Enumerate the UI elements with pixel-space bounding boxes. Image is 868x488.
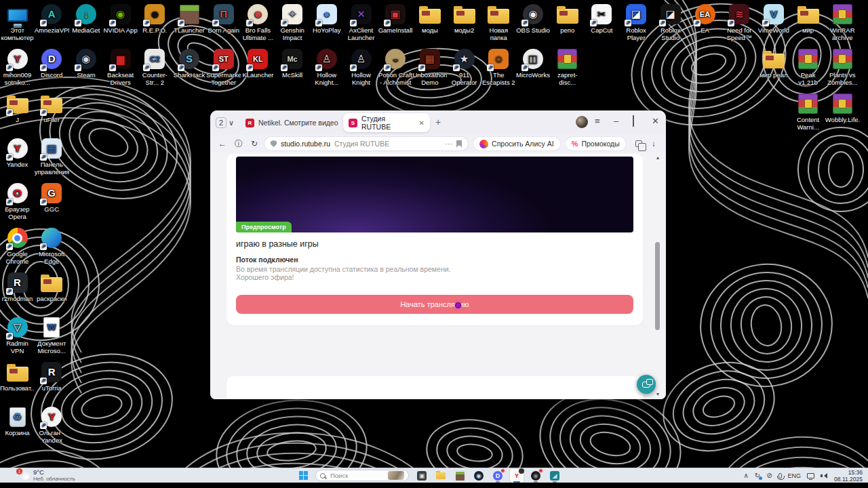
desktop-icon[interactable]: ✦↗Genshin Impact (275, 3, 310, 42)
desktop-icon[interactable]: Plants vs Zombies... (825, 47, 860, 87)
desktop-icon[interactable]: ☻↗R.E.P.O. (138, 3, 172, 35)
desktop-icon[interactable]: ◉↗Steam (68, 47, 103, 79)
language-indicator[interactable]: ENG (788, 472, 802, 479)
taskbar-app-dark-circle-app[interactable]: ◉ (529, 469, 542, 483)
desktop-icon[interactable]: ☺↗The Escapists 2 Multiplay... (481, 47, 516, 87)
desktop-icon[interactable]: Peak v1.21b (791, 47, 825, 87)
desktop-icon[interactable]: ST↗Supermarket Together (206, 47, 241, 87)
start-button[interactable] (299, 471, 308, 480)
scrollbar-thumb[interactable] (655, 242, 660, 330)
desktop-icon[interactable]: ▆↗Backseat Drivers Demo (103, 47, 138, 87)
desktop-icon[interactable]: Y↗Yandex (0, 137, 35, 169)
desktop-icon[interactable]: репо (550, 3, 585, 35)
taskbar-app-steam[interactable]: ◉ (472, 469, 486, 483)
tab-counter[interactable]: 2 ∨ (216, 116, 234, 129)
update-icon[interactable]: ↻ (755, 472, 760, 479)
desktop-icon[interactable]: ◫↗MicroWorks (516, 47, 551, 79)
chat-fab-button[interactable] (637, 375, 656, 394)
extension-icon[interactable] (635, 140, 642, 147)
desktop-icon[interactable]: ◉↗OBS Studio (516, 3, 551, 35)
desktop-icon[interactable]: ◒↗Potion Craft - Alchemist S... (378, 47, 413, 87)
desktop-icon[interactable]: ◪↗Roblox Player (619, 3, 654, 42)
desktop-icon[interactable]: WДокумент Microso... (35, 316, 69, 355)
tray-chevron-icon[interactable]: ∧ (743, 472, 748, 479)
start-stream-button[interactable]: Начать трансляцию (236, 295, 633, 314)
taskbar-app-discord[interactable]: D (491, 469, 505, 483)
desktop-icon[interactable]: ◪↗Roblox Studio (653, 3, 688, 42)
desktop-icon[interactable]: O↗Браузер Opera (0, 182, 35, 221)
desktop-icon[interactable]: ★↗911 Operator (447, 47, 481, 87)
desktop-icon[interactable]: ▤↗Панель управления (35, 137, 69, 176)
scroll-up-icon[interactable]: ▲ (654, 155, 662, 160)
desktop-icon[interactable]: Y↗Ольган - Yandex (35, 405, 69, 445)
network-icon[interactable] (807, 473, 814, 479)
address-bar[interactable]: studio.rutube.ru Студия RUTUBE ⋯ (264, 137, 468, 150)
desktop-icon[interactable]: моды (412, 3, 447, 35)
taskbar-search[interactable] (315, 470, 409, 481)
desktop-icon[interactable]: ↗Google Chrome (0, 226, 35, 266)
desktop-icon[interactable]: Y↗mihon009 sotniko... (0, 47, 35, 87)
alice-button[interactable]: Спросить Алису AI (473, 137, 560, 150)
desktop-icon[interactable]: Content Warni... (791, 92, 825, 131)
tab-active[interactable]: S Студия RUTUBE ✕ (343, 113, 430, 132)
desktop-icon[interactable]: Этот компьютер (0, 3, 35, 42)
desktop-icon[interactable]: V↗VimeWorld (756, 3, 791, 35)
scrollbar[interactable]: ▲ ▼ (654, 154, 662, 398)
desktop-icon[interactable]: ♻Корзина (0, 405, 35, 437)
desktop-icon[interactable]: ●↗HoYoPlay (309, 3, 344, 35)
taskbar-app-teal-app[interactable]: ◢ (548, 469, 561, 483)
desktop-icon[interactable]: ✂↗CapCut (585, 3, 619, 35)
desktop-icon[interactable]: раскраски (35, 271, 69, 303)
desktop-icon[interactable]: ✕↗AxClient Launcher (344, 3, 378, 42)
maximize-button[interactable] (633, 115, 634, 128)
desktop-icon[interactable]: WinRAR archive (825, 3, 860, 42)
desktop-icon[interactable]: A↗AmneziaVPN (35, 3, 69, 35)
weather-widget[interactable]: 1 9°C Неб. облачность (19, 469, 75, 482)
tab-close-icon[interactable]: ✕ (419, 119, 425, 127)
desktop-icon[interactable]: ≋↗Need for Speed™ Mo... (722, 3, 757, 43)
desktop-icon[interactable]: Mc↗McSkill (275, 47, 310, 79)
minimize-button[interactable]: – (614, 115, 618, 128)
desktop-icon[interactable]: ♙↗Hollow Knight (344, 47, 378, 87)
desktop-icon[interactable]: ▦↗Unboxathon Demo (412, 47, 447, 87)
new-tab-button[interactable]: + (435, 117, 441, 127)
close-button[interactable]: ✕ (652, 115, 659, 128)
promo-button[interactable]: % Промокоды (566, 137, 626, 150)
taskbar-app-task-view[interactable]: ▣ (415, 469, 429, 483)
desktop-icon[interactable]: ▽↗Radmin VPN (0, 316, 35, 355)
desktop-icon[interactable]: Новая папка (481, 3, 516, 42)
volume-icon[interactable] (821, 472, 828, 479)
desktop-icon[interactable]: ↗uFiler (35, 92, 69, 124)
desktop-icon[interactable]: Wobbly.Life... (825, 92, 860, 124)
profile-avatar[interactable] (576, 116, 588, 128)
desktop-icon[interactable]: ↗Microsoft Edge (35, 226, 69, 266)
desktop-icon[interactable]: ↗J (0, 92, 35, 124)
tab-inactive[interactable]: R Netikel. Смотрите видео (245, 115, 347, 131)
desktop-icon[interactable]: R↗uTorria (35, 361, 69, 392)
desktop-icon[interactable]: C2↗Counter-Str... 2 (138, 47, 172, 87)
camera-off-icon[interactable]: ⊘ (766, 472, 772, 479)
desktop-icon[interactable]: ◉↗NVIDIA App (103, 3, 138, 35)
bookmark-icon[interactable] (456, 140, 462, 148)
clock[interactable]: 15:36 08.11.2025 (834, 469, 863, 483)
desktop-icon[interactable]: D↗Discord (35, 47, 69, 79)
desktop-icon[interactable]: Пользоват... (0, 361, 35, 392)
search-input[interactable] (329, 471, 378, 480)
desktop-icon[interactable]: моды2 (447, 3, 481, 35)
taskbar-app-minecraft[interactable] (453, 469, 467, 483)
site-info-icon[interactable]: ⓘ (235, 138, 243, 150)
desktop-icon[interactable]: ↗TLauncher (172, 3, 207, 35)
desktop-icon[interactable]: ♙↗Hollow Knight... (309, 47, 344, 87)
taskbar-app-yandex-browser[interactable]: Y (510, 469, 524, 483)
desktop-icon[interactable]: S↗SharkHack (172, 47, 207, 79)
desktop-icon[interactable]: ☻↗Bro Falls Ultimate ... (241, 3, 275, 42)
desktop-icon[interactable]: мир реал (756, 47, 791, 79)
desktop-icon[interactable]: EA↗EA (688, 3, 722, 35)
desktop-icon[interactable]: Π↗Born Again (206, 3, 241, 35)
desktop-icon[interactable]: R↗r2modman (0, 271, 35, 303)
more-icon[interactable]: ⋯ (446, 140, 453, 148)
scroll-down-icon[interactable]: ▼ (654, 392, 662, 396)
microphone-icon[interactable] (778, 473, 782, 479)
desktop-icon[interactable]: ↓↗MediaGet (68, 3, 103, 35)
desktop-icon[interactable]: zapret-disc... (550, 47, 585, 87)
